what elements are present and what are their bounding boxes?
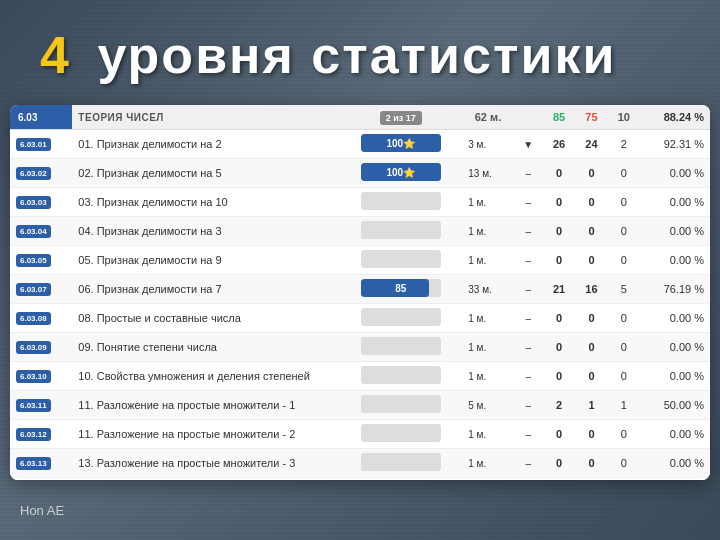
row-correct: 0 [543, 449, 575, 478]
row-arrow: ▼ [514, 130, 543, 159]
row-code: 6.03.11 [10, 391, 72, 420]
title-number: 4 [40, 26, 71, 84]
row-title: 11. Разложение на простые множители - 2 [72, 420, 339, 449]
row-correct: 2 [543, 391, 575, 420]
row-progress [339, 362, 462, 391]
row-arrow: – [514, 362, 543, 391]
row-arrow: – [514, 246, 543, 275]
row-skipped: 0 [608, 217, 640, 246]
row-progress [339, 391, 462, 420]
row-progress [339, 217, 462, 246]
header-pct: 88.24 % [640, 105, 710, 130]
row-skipped: 0 [608, 362, 640, 391]
row-errors: 16 [575, 275, 607, 304]
table-row: 6.03.0505. Признак делимости на 91 м.–00… [10, 246, 710, 275]
header-section: ТЕОРИЯ ЧИСЕЛ [72, 105, 339, 130]
row-skipped: 5 [608, 275, 640, 304]
row-skipped: 0 [608, 246, 640, 275]
row-progress [339, 420, 462, 449]
row-correct: 0 [543, 304, 575, 333]
row-correct: 0 [543, 420, 575, 449]
row-pct: 50.00 % [640, 391, 710, 420]
row-title: 05. Признак делимости на 9 [72, 246, 339, 275]
row-arrow: – [514, 420, 543, 449]
row-code: 6.03.03 [10, 188, 72, 217]
table-row: 6.03.0303. Признак делимости на 101 м.–0… [10, 188, 710, 217]
row-pct: 0.00 % [640, 304, 710, 333]
row-code: 6.03.01 [10, 130, 72, 159]
row-mins: 1 м. [462, 217, 513, 246]
row-arrow: – [514, 333, 543, 362]
row-title: 11. Разложение на простые множители - 1 [72, 391, 339, 420]
table-row: 6.03.0101. Признак делимости на 2100 ⭐3 … [10, 130, 710, 159]
title-area: 4 уровня статистики [40, 15, 680, 95]
table-body: 6.03.0101. Признак делимости на 2100 ⭐3 … [10, 130, 710, 481]
row-mins: 33 м. [462, 275, 513, 304]
table-row: 6.03.0706. Признак делимости на 78533 м.… [10, 275, 710, 304]
row-correct: 0 [543, 188, 575, 217]
row-title: 08. Простые и составные числа [72, 304, 339, 333]
title-label: уровня статистики [97, 26, 616, 84]
header-skipped: 10 [608, 105, 640, 130]
row-code: 6.03.05 [10, 246, 72, 275]
footer-text: Hon AE [20, 503, 64, 518]
table-wrapper[interactable]: 6.03 ТЕОРИЯ ЧИСЕЛ 2 из 17 62 м. 85 75 10… [10, 105, 710, 480]
row-progress [339, 246, 462, 275]
row-errors: 0 [575, 449, 607, 478]
header-code: 6.03 [10, 105, 72, 130]
row-title: 06. Признак делимости на 7 [72, 275, 339, 304]
row-code: 6.03.09 [10, 333, 72, 362]
row-pct: 0.00 % [640, 217, 710, 246]
row-mins: 1 м. [462, 333, 513, 362]
row-progress [339, 333, 462, 362]
row-errors: 0 [575, 304, 607, 333]
row-code: 6.03.07 [10, 275, 72, 304]
row-errors: 0 [575, 362, 607, 391]
row-pct: 0.00 % [640, 333, 710, 362]
header-arrow [514, 105, 543, 130]
row-skipped: 0 [608, 449, 640, 478]
row-pct: 92.31 % [640, 130, 710, 159]
row-errors: 0 [575, 217, 607, 246]
row-progress [339, 304, 462, 333]
row-mins: 3 м. [462, 130, 513, 159]
row-skipped: 0 [608, 333, 640, 362]
table-row: 6.03.0202. Признак делимости на 5100 ⭐13… [10, 159, 710, 188]
row-code: 6.03.12 [10, 420, 72, 449]
row-skipped: 1 [608, 391, 640, 420]
statistics-table-container: 6.03 ТЕОРИЯ ЧИСЕЛ 2 из 17 62 м. 85 75 10… [10, 105, 710, 480]
row-correct: 0 [543, 246, 575, 275]
row-errors: 0 [575, 420, 607, 449]
row-mins: 1 м. [462, 188, 513, 217]
header-correct: 85 [543, 105, 575, 130]
row-title: 09. Понятие степени числа [72, 333, 339, 362]
row-arrow: – [514, 304, 543, 333]
row-pct: 0.00 % [640, 449, 710, 478]
row-mins: 1 м. [462, 449, 513, 478]
row-mins: 5 м. [462, 391, 513, 420]
row-mins: 1 м. [462, 420, 513, 449]
row-correct: 21 [543, 275, 575, 304]
row-correct: 26 [543, 130, 575, 159]
statistics-table: 6.03 ТЕОРИЯ ЧИСЕЛ 2 из 17 62 м. 85 75 10… [10, 105, 710, 480]
row-arrow: – [514, 449, 543, 478]
row-errors: 24 [575, 130, 607, 159]
row-skipped: 2 [608, 130, 640, 159]
row-progress: 85 [339, 275, 462, 304]
row-pct: 0.00 % [640, 246, 710, 275]
header-progress: 2 из 17 [339, 105, 462, 130]
row-code: 6.03.10 [10, 362, 72, 391]
row-title: 01. Признак делимости на 2 [72, 130, 339, 159]
row-arrow: – [514, 217, 543, 246]
row-pct: 0.00 % [640, 159, 710, 188]
footer: Hon AE [0, 480, 720, 540]
table-header: 6.03 ТЕОРИЯ ЧИСЕЛ 2 из 17 62 м. 85 75 10… [10, 105, 710, 130]
row-code: 6.03.04 [10, 217, 72, 246]
row-title: 13. Разложение на простые множители - 3 [72, 449, 339, 478]
row-pct: 0.00 % [640, 420, 710, 449]
row-mins: 1 м. [462, 304, 513, 333]
row-arrow: – [514, 275, 543, 304]
row-mins: 1 м. [462, 362, 513, 391]
row-pct: 0.00 % [640, 188, 710, 217]
table-row: 6.03.1111. Разложение на простые множите… [10, 391, 710, 420]
